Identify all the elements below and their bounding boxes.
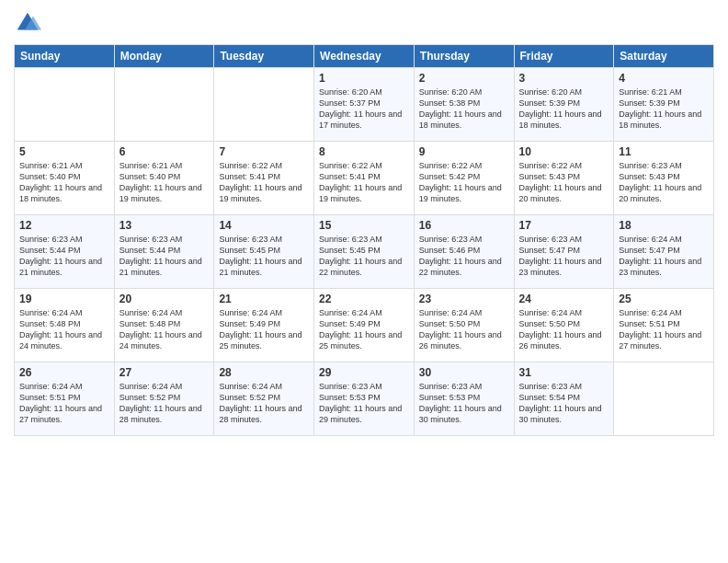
cell-info: Sunrise: 6:24 AMSunset: 5:48 PMDaylight:… [19,307,109,352]
cell-info: Sunrise: 6:22 AMSunset: 5:42 PMDaylight:… [419,160,509,205]
cell-info: Sunrise: 6:20 AMSunset: 5:37 PMDaylight:… [319,86,409,132]
day-number: 4 [619,72,709,85]
day-number: 27 [119,366,210,379]
calendar-cell: 28Sunrise: 6:24 AMSunset: 5:52 PMDayligh… [214,362,314,436]
calendar-cell: 25Sunrise: 6:24 AMSunset: 5:51 PMDayligh… [614,289,714,362]
calendar-cell: 21Sunrise: 6:24 AMSunset: 5:49 PMDayligh… [214,289,314,362]
day-number: 16 [419,219,509,232]
cell-info: Sunrise: 6:24 AMSunset: 5:49 PMDaylight:… [319,307,409,352]
weekday-header-friday: Friday [514,45,614,68]
day-number: 29 [319,366,409,379]
day-number: 19 [19,293,109,305]
day-number: 12 [19,219,109,232]
day-number: 13 [119,219,210,232]
day-number: 6 [119,145,210,158]
calendar-cell: 29Sunrise: 6:23 AMSunset: 5:53 PMDayligh… [314,362,415,436]
day-number: 30 [419,366,509,379]
day-number: 7 [219,145,309,158]
calendar-cell [15,68,115,142]
cell-info: Sunrise: 6:23 AMSunset: 5:47 PMDaylight:… [519,234,609,279]
weekday-header-sunday: Sunday [15,45,115,68]
day-number: 20 [119,293,210,305]
cell-info: Sunrise: 6:23 AMSunset: 5:43 PMDaylight:… [619,160,709,205]
cell-info: Sunrise: 6:22 AMSunset: 5:41 PMDaylight:… [219,160,309,205]
calendar-cell: 9Sunrise: 6:22 AMSunset: 5:42 PMDaylight… [414,142,514,215]
day-number: 1 [319,72,409,85]
calendar-cell: 2Sunrise: 6:20 AMSunset: 5:38 PMDaylight… [414,68,514,142]
day-number: 18 [619,219,709,232]
calendar-cell: 6Sunrise: 6:21 AMSunset: 5:40 PMDaylight… [114,142,214,215]
calendar-cell: 20Sunrise: 6:24 AMSunset: 5:48 PMDayligh… [114,289,214,362]
calendar-week-3: 12Sunrise: 6:23 AMSunset: 5:44 PMDayligh… [15,215,714,289]
logo [14,9,45,37]
weekday-header-thursday: Thursday [414,45,514,68]
calendar-cell: 1Sunrise: 6:20 AMSunset: 5:37 PMDaylight… [314,68,415,142]
day-number: 28 [219,366,309,379]
calendar-cell: 12Sunrise: 6:23 AMSunset: 5:44 PMDayligh… [15,215,115,289]
calendar-cell: 15Sunrise: 6:23 AMSunset: 5:45 PMDayligh… [314,215,415,289]
calendar-cell: 19Sunrise: 6:24 AMSunset: 5:48 PMDayligh… [15,289,115,362]
calendar-week-5: 26Sunrise: 6:24 AMSunset: 5:51 PMDayligh… [15,362,714,436]
day-number: 25 [619,293,709,305]
calendar-week-1: 1Sunrise: 6:20 AMSunset: 5:37 PMDaylight… [15,68,714,142]
cell-info: Sunrise: 6:24 AMSunset: 5:52 PMDaylight:… [119,381,210,426]
calendar-cell: 10Sunrise: 6:22 AMSunset: 5:43 PMDayligh… [514,142,614,215]
calendar-cell: 26Sunrise: 6:24 AMSunset: 5:51 PMDayligh… [15,362,115,436]
calendar-cell: 31Sunrise: 6:23 AMSunset: 5:54 PMDayligh… [514,362,614,436]
cell-info: Sunrise: 6:24 AMSunset: 5:49 PMDaylight:… [219,307,309,352]
cell-info: Sunrise: 6:23 AMSunset: 5:44 PMDaylight:… [19,234,109,279]
day-number: 26 [19,366,109,379]
day-number: 3 [519,72,609,85]
day-number: 9 [419,145,509,158]
calendar-cell: 11Sunrise: 6:23 AMSunset: 5:43 PMDayligh… [614,142,714,215]
day-number: 14 [219,219,309,232]
calendar-cell [114,68,214,142]
cell-info: Sunrise: 6:24 AMSunset: 5:52 PMDaylight:… [219,381,309,426]
cell-info: Sunrise: 6:24 AMSunset: 5:51 PMDaylight:… [19,381,109,426]
cell-info: Sunrise: 6:21 AMSunset: 5:39 PMDaylight:… [619,86,709,132]
header [14,9,714,37]
day-number: 2 [419,72,509,85]
cell-info: Sunrise: 6:23 AMSunset: 5:53 PMDaylight:… [419,381,509,426]
cell-info: Sunrise: 6:24 AMSunset: 5:50 PMDaylight:… [419,307,509,352]
calendar-cell: 13Sunrise: 6:23 AMSunset: 5:44 PMDayligh… [114,215,214,289]
cell-info: Sunrise: 6:20 AMSunset: 5:38 PMDaylight:… [419,86,509,132]
day-number: 10 [519,145,609,158]
calendar-cell: 23Sunrise: 6:24 AMSunset: 5:50 PMDayligh… [414,289,514,362]
cell-info: Sunrise: 6:23 AMSunset: 5:54 PMDaylight:… [519,381,609,426]
weekday-header-wednesday: Wednesday [314,45,415,68]
day-number: 21 [219,293,309,305]
page: SundayMondayTuesdayWednesdayThursdayFrid… [0,0,728,563]
weekday-header-tuesday: Tuesday [214,45,314,68]
calendar-cell: 16Sunrise: 6:23 AMSunset: 5:46 PMDayligh… [414,215,514,289]
calendar-cell: 5Sunrise: 6:21 AMSunset: 5:40 PMDaylight… [15,142,115,215]
calendar-cell: 3Sunrise: 6:20 AMSunset: 5:39 PMDaylight… [514,68,614,142]
cell-info: Sunrise: 6:22 AMSunset: 5:43 PMDaylight:… [519,160,609,205]
day-number: 11 [619,145,709,158]
calendar-cell: 17Sunrise: 6:23 AMSunset: 5:47 PMDayligh… [514,215,614,289]
cell-info: Sunrise: 6:22 AMSunset: 5:41 PMDaylight:… [319,160,409,205]
day-number: 24 [519,293,609,305]
day-number: 17 [519,219,609,232]
calendar-cell: 14Sunrise: 6:23 AMSunset: 5:45 PMDayligh… [214,215,314,289]
calendar-cell: 27Sunrise: 6:24 AMSunset: 5:52 PMDayligh… [114,362,214,436]
cell-info: Sunrise: 6:21 AMSunset: 5:40 PMDaylight:… [19,160,109,205]
calendar-table: SundayMondayTuesdayWednesdayThursdayFrid… [14,44,714,436]
calendar-cell: 18Sunrise: 6:24 AMSunset: 5:47 PMDayligh… [614,215,714,289]
calendar-cell [214,68,314,142]
day-number: 8 [319,145,409,158]
day-number: 5 [19,145,109,158]
day-number: 23 [419,293,509,305]
cell-info: Sunrise: 6:23 AMSunset: 5:46 PMDaylight:… [419,234,509,279]
day-number: 22 [319,293,409,305]
cell-info: Sunrise: 6:20 AMSunset: 5:39 PMDaylight:… [519,86,609,132]
day-number: 31 [519,366,609,379]
cell-info: Sunrise: 6:23 AMSunset: 5:45 PMDaylight:… [219,234,309,279]
calendar-cell: 30Sunrise: 6:23 AMSunset: 5:53 PMDayligh… [414,362,514,436]
calendar-cell [614,362,714,436]
cell-info: Sunrise: 6:23 AMSunset: 5:53 PMDaylight:… [319,381,409,426]
cell-info: Sunrise: 6:23 AMSunset: 5:45 PMDaylight:… [319,234,409,279]
calendar-cell: 8Sunrise: 6:22 AMSunset: 5:41 PMDaylight… [314,142,415,215]
cell-info: Sunrise: 6:21 AMSunset: 5:40 PMDaylight:… [119,160,210,205]
calendar-week-4: 19Sunrise: 6:24 AMSunset: 5:48 PMDayligh… [15,289,714,362]
